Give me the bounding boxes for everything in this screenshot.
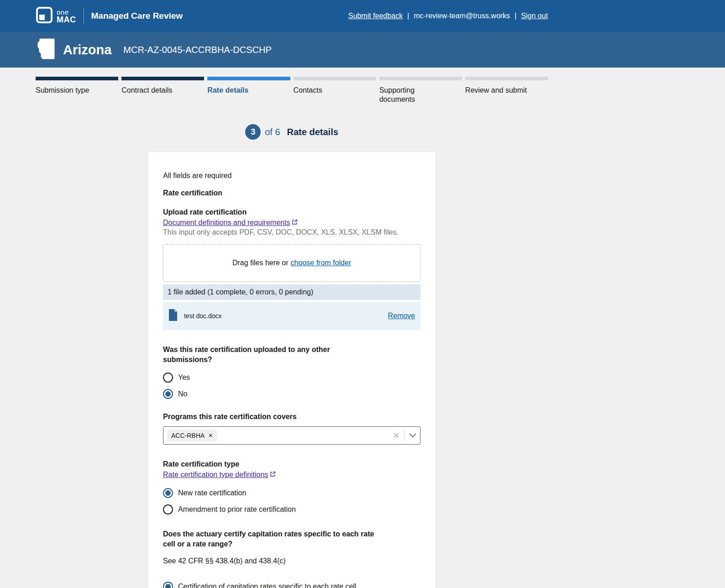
radio-option-yes[interactable]: Yes [163, 373, 420, 383]
page-heading: 3 of 6 Rate details [36, 124, 548, 140]
user-email: mc-review-team@truss.works [414, 12, 510, 20]
radio-amendment[interactable] [163, 504, 173, 514]
document-icon [168, 309, 178, 323]
step-number-badge: 3 [245, 124, 261, 140]
chevron-down-icon[interactable] [409, 433, 416, 438]
step-label: Review and submit [465, 80, 534, 95]
file-status-bar: 1 file added (1 complete, 0 errors, 0 pe… [163, 284, 420, 300]
onemac-logo[interactable]: one MAC [36, 6, 76, 26]
app-title: Managed Care Review [91, 11, 183, 21]
rate-details-form: All fields are required Rate certificati… [147, 152, 436, 588]
logo-text-one: one [57, 9, 76, 16]
actuary-question: Does the actuary certify capitation rate… [163, 529, 378, 549]
step-label: Rate details [207, 80, 276, 95]
radio-option-new-cert[interactable]: New rate certification [163, 488, 420, 498]
step-bar [36, 77, 118, 80]
uploaded-file-row: test doc.docx Remove [163, 302, 420, 330]
radio-yes[interactable] [163, 373, 173, 383]
app-header: one MAC Managed Care Review Submit feedb… [0, 0, 725, 32]
radio-new-cert[interactable] [163, 488, 173, 498]
step-bar [207, 77, 290, 80]
step-review-and-submit[interactable]: Review and submit [465, 77, 548, 104]
arizona-state-icon [36, 38, 55, 61]
clear-selection-icon[interactable]: ✕ [393, 431, 399, 441]
signout-link[interactable]: Sign out [521, 12, 548, 20]
radio-option-rate-cell[interactable]: Certification of capitation rates specif… [163, 582, 420, 588]
cert-type-definitions-link[interactable]: Rate certification type definitions [163, 471, 276, 479]
choose-from-folder-link[interactable]: choose from folder [291, 259, 352, 267]
radio-option-amendment[interactable]: Amendment to prior rate certification [163, 504, 420, 514]
required-note: All fields are required [163, 172, 420, 180]
step-contract-details[interactable]: Contract details [121, 77, 204, 104]
header-divider [84, 8, 84, 24]
chip-remove-icon[interactable]: ✕ [208, 432, 213, 439]
external-link-icon [292, 219, 298, 227]
step-label: Contacts [294, 80, 362, 95]
upload-hint: This input only accepts PDF, CSV, DOC, D… [163, 228, 420, 236]
upload-label: Upload rate certification [163, 208, 420, 216]
step-bar [121, 77, 204, 80]
submission-id: MCR-AZ-0045-ACCRBHA-DCSCHP [123, 45, 271, 55]
file-dropzone[interactable]: Drag files here or choose from folder [163, 244, 420, 282]
step-bar [379, 77, 462, 80]
step-supporting-documents[interactable]: Supporting documents [379, 77, 462, 104]
radio-option-no[interactable]: No [163, 389, 420, 399]
cert-type-label: Rate certification type [163, 460, 420, 468]
program-chip: ACC-RBHA ✕ [167, 430, 217, 441]
dropzone-text: Drag files here or [232, 259, 289, 267]
submit-feedback-link[interactable]: Submit feedback [348, 12, 403, 20]
programs-select[interactable]: ACC-RBHA ✕ ✕ [163, 426, 420, 445]
document-definitions-link[interactable]: Document definitions and requirements [163, 219, 298, 227]
step-label: Supporting documents [379, 80, 448, 104]
step-submission-type[interactable]: Submission type [36, 77, 118, 104]
external-link-icon [270, 471, 276, 479]
step-label: Contract details [121, 80, 190, 95]
submission-banner: Arizona MCR-AZ-0045-ACCRBHA-DCSCHP [0, 32, 725, 68]
step-label: Submission type [36, 80, 104, 95]
radio-rate-cell[interactable] [163, 582, 173, 588]
logo-text-mac: MAC [57, 16, 76, 24]
header-separator: | [515, 12, 516, 20]
header-separator: | [407, 12, 409, 20]
cfr-reference: See 42 CFR §§ 438.4(b) and 438.4(c) [163, 557, 420, 565]
page-title: Rate details [287, 127, 338, 137]
step-contacts[interactable]: Contacts [294, 77, 376, 104]
other-submissions-question: Was this rate certification uploaded to … [163, 345, 378, 364]
step-rate-details[interactable]: Rate details [207, 77, 290, 104]
step-indicator: Submission type Contract details Rate de… [36, 77, 548, 104]
section-title: Rate certification [163, 189, 420, 197]
onemac-logo-icon [36, 6, 53, 26]
state-name: Arizona [63, 42, 111, 58]
radio-no[interactable] [163, 389, 173, 399]
step-bar [294, 77, 376, 80]
remove-file-link[interactable]: Remove [388, 312, 415, 320]
step-of-total: of 6 [265, 127, 280, 137]
file-name: test doc.docx [184, 312, 222, 320]
step-bar [465, 77, 548, 80]
select-divider [404, 430, 405, 441]
programs-label: Programs this rate certification covers [163, 413, 420, 421]
